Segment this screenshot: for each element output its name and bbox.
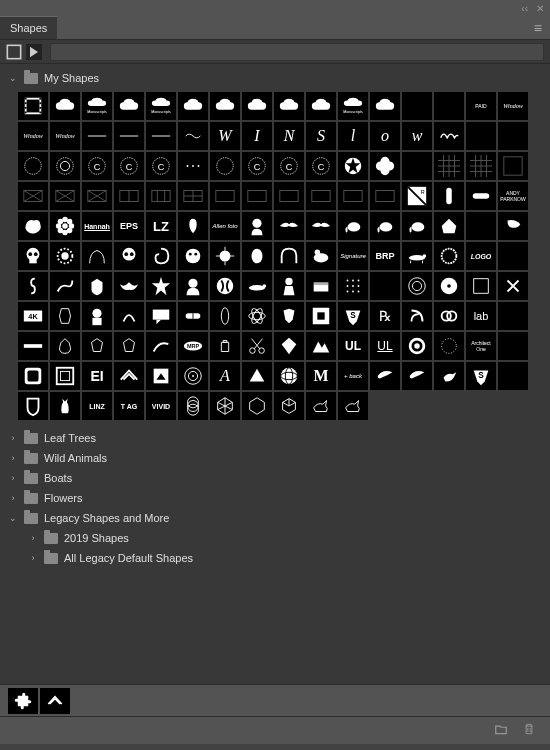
panel-menu-icon[interactable]: ≡ (534, 20, 542, 36)
shape-pisces[interactable] (210, 272, 240, 300)
shape-pill[interactable] (178, 302, 208, 330)
shape-abstract[interactable] (114, 302, 144, 330)
shape-lz[interactable]: LZ (146, 212, 176, 240)
shape-cloud[interactable] (210, 92, 240, 120)
shape-dragon[interactable] (146, 332, 176, 360)
shape-mrp[interactable]: MRP (178, 332, 208, 360)
shape-copyright[interactable]: C (274, 152, 304, 180)
shape-dotgrid[interactable] (338, 272, 368, 300)
shape-seal[interactable] (402, 332, 432, 360)
shape-diamond[interactable] (274, 332, 304, 360)
shape-vivid[interactable]: VIVID (146, 392, 176, 420)
shape-globe[interactable] (274, 362, 304, 390)
shape-x-grid[interactable] (18, 182, 48, 210)
shape-cloud-label[interactable]: Manuscripts (82, 92, 112, 120)
shape-line[interactable] (82, 122, 112, 150)
folder-leaf-trees[interactable]: › Leaf Trees (0, 428, 550, 448)
folder-boats[interactable]: › Boats (0, 468, 550, 488)
shape-text[interactable]: ArchitectOne (466, 332, 496, 360)
shape-ornate[interactable] (82, 242, 112, 270)
shape-text[interactable]: Hannah (82, 212, 112, 240)
shape-wreath[interactable] (434, 242, 464, 270)
shape-cloud-label[interactable]: Manuscripts (146, 92, 176, 120)
shape-cloud[interactable] (178, 92, 208, 120)
shape-script[interactable]: Signature (338, 242, 368, 270)
shape-text[interactable]: ANDY PARKNOW (498, 182, 528, 210)
shape-blank[interactable] (498, 362, 528, 390)
shape-cat[interactable] (50, 392, 80, 420)
folder-my-shapes[interactable]: ⌄ My Shapes (0, 68, 550, 88)
shape-dragon[interactable] (50, 272, 80, 300)
shape-donut-square[interactable] (306, 302, 336, 330)
shape-cloud[interactable] (242, 92, 272, 120)
shape-badge[interactable] (18, 152, 48, 180)
shape-superman[interactable]: S (338, 302, 368, 330)
shape-script-text[interactable]: Allen foto (210, 212, 240, 240)
shape-atom[interactable] (242, 302, 272, 330)
shape-blank[interactable] (466, 122, 496, 150)
shape-portrait[interactable] (82, 302, 112, 330)
folder-flowers[interactable]: › Flowers (0, 488, 550, 508)
shape-brp[interactable]: BRP (370, 242, 400, 270)
shape-dachshund[interactable] (402, 242, 432, 270)
shape-grid[interactable] (210, 182, 240, 210)
shape-x-grid[interactable] (50, 182, 80, 210)
shape-letter-s[interactable]: S (306, 122, 336, 150)
shape-cloud[interactable] (306, 92, 336, 120)
shape-line[interactable] (146, 122, 176, 150)
shape-skull2[interactable] (114, 242, 144, 270)
shape-frame[interactable] (18, 362, 48, 390)
trash-icon[interactable] (522, 722, 536, 739)
shape-badge-text[interactable] (50, 152, 80, 180)
search-input[interactable] (50, 43, 544, 61)
shape-crosshatch[interactable] (466, 152, 496, 180)
close-icon[interactable]: ✕ (536, 3, 544, 14)
collapse-icon[interactable]: ‹‹ (521, 3, 528, 14)
shape-silhouette[interactable] (178, 212, 208, 240)
shape-mountain[interactable] (306, 332, 336, 360)
shape-crosshatch[interactable] (434, 152, 464, 180)
shape-oval[interactable] (210, 302, 240, 330)
shape-fist[interactable] (210, 332, 240, 360)
shape-grid[interactable] (114, 182, 144, 210)
shape-bat[interactable] (114, 272, 144, 300)
shape-fox[interactable] (274, 302, 304, 330)
shape-copyright[interactable]: C (82, 152, 112, 180)
shape-scissors[interactable] (242, 332, 272, 360)
shape-curl[interactable] (402, 302, 432, 330)
shape-swirl[interactable] (146, 242, 176, 270)
shape-crest[interactable] (114, 332, 144, 360)
shape-blank[interactable] (498, 302, 528, 330)
shape-text[interactable]: + back (338, 362, 368, 390)
shape-grid[interactable] (178, 182, 208, 210)
shape-face3[interactable] (242, 242, 272, 270)
shape-eps[interactable]: EPS (114, 212, 144, 240)
shape-blank[interactable] (498, 122, 528, 150)
shape-blank[interactable] (466, 212, 496, 240)
shape-m[interactable]: M (306, 362, 336, 390)
shape-eagle-head[interactable] (498, 212, 528, 240)
shape-star[interactable] (146, 272, 176, 300)
shape-cloud-label[interactable]: Manuscripts (338, 92, 368, 120)
shape-pill-vert[interactable] (434, 182, 464, 210)
shape-ul2[interactable]: UL (370, 332, 400, 360)
shape-dachshund[interactable] (242, 272, 272, 300)
shape-crest[interactable] (82, 332, 112, 360)
shape-copyright[interactable]: C (114, 152, 144, 180)
shape-flag[interactable] (306, 272, 336, 300)
shape-helmet[interactable] (50, 302, 80, 330)
shape-superman2[interactable]: S (466, 362, 496, 390)
shape-cloud[interactable] (50, 92, 80, 120)
shape-wing[interactable] (370, 362, 400, 390)
shape-blank[interactable] (402, 152, 432, 180)
shape-letter-w[interactable]: W (210, 122, 240, 150)
arrow-right-icon[interactable] (26, 44, 42, 60)
shape-window[interactable]: Window (18, 122, 48, 150)
shape-elephant[interactable] (402, 212, 432, 240)
shape-grid[interactable] (306, 182, 336, 210)
shape-frame2[interactable] (50, 362, 80, 390)
shape-cow[interactable] (306, 242, 336, 270)
shape-arch[interactable] (274, 242, 304, 270)
folder-2019-shapes[interactable]: › 2019 Shapes (0, 528, 550, 548)
shape-rx[interactable]: ℞ (370, 302, 400, 330)
